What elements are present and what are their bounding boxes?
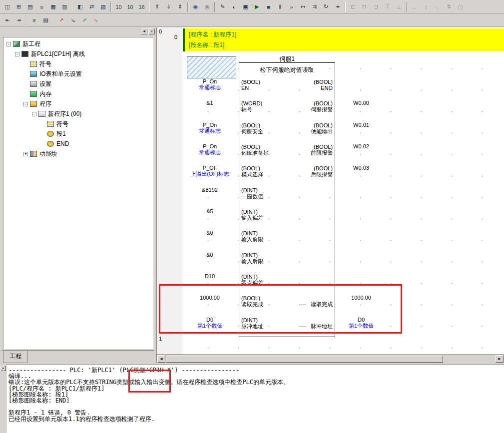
operand-comment [335, 106, 387, 112]
fb-input-operand[interactable]: &0 [182, 229, 237, 250]
diagram-view-icon[interactable]: ⊞ [13, 2, 24, 12]
align-right-icon[interactable]: ⊐ [371, 2, 381, 12]
fb-output-operand[interactable]: W0.00 [335, 99, 387, 120]
align-left-icon[interactable]: ⊏ [348, 2, 358, 12]
rung-number-0[interactable]: 0 [159, 28, 162, 34]
fb-output-operand[interactable] [335, 229, 387, 250]
monitor-mode-icon[interactable]: ▣ [240, 2, 251, 12]
align-bottom-icon[interactable]: ⊥ [394, 2, 404, 12]
tree-expander-icon[interactable]: - [6, 42, 11, 46]
make-same-width-icon[interactable]: ⇔ [432, 2, 443, 12]
fb-output-operand[interactable] [335, 251, 387, 272]
horizontal-scrollbar[interactable]: ◄ ► [157, 354, 504, 363]
operand-comment [182, 214, 237, 221]
step-over-icon[interactable]: ↦ [298, 2, 308, 12]
program-mode-icon[interactable]: ✎ [217, 2, 228, 12]
force-off-icon[interactable]: ↘ [67, 15, 78, 25]
align-center-icon[interactable]: ⊓ [359, 2, 370, 12]
rung-step-number: 0 [174, 34, 177, 40]
hex-monitor-icon[interactable]: 16 [136, 2, 147, 12]
rung-comment-icon[interactable]: ≡ [29, 15, 39, 25]
program-name-label: [程序名 : 新程序1] [189, 29, 500, 40]
signed-decimal-monitor-icon[interactable]: 10 [125, 2, 135, 12]
tree-item-end[interactable]: END [3, 139, 153, 149]
make-same-height-icon[interactable]: ⇅ [444, 2, 454, 12]
distribute-vertical-icon[interactable]: ↕ [421, 2, 431, 12]
fb-output-operand[interactable]: W0.03 [335, 164, 387, 185]
fb-output-operand[interactable]: W0.01 [335, 121, 387, 142]
differential-monitor-icon[interactable]: ⇘ [90, 15, 101, 25]
align-top-icon[interactable]: ⊤ [382, 2, 393, 12]
debug-mode-icon[interactable]: ◐ [229, 2, 239, 12]
fb-output-operand[interactable]: W0.02 [335, 142, 387, 164]
mnemonic-view-icon[interactable]: ≡ [36, 2, 47, 12]
increase-indent-icon[interactable]: ↠ [13, 15, 24, 25]
annotation-box-ladder [159, 284, 402, 334]
distribute-horizontal-icon[interactable]: ↔ [409, 2, 420, 12]
scroll-thumb[interactable] [166, 356, 443, 363]
tree-expander-icon[interactable]: - [23, 102, 28, 106]
fb-input-operand[interactable]: P_On 常通标志 [182, 121, 237, 142]
work-online-icon[interactable]: ◉ [190, 2, 201, 12]
tab-project[interactable]: 工程 [3, 351, 28, 363]
pause-icon[interactable]: ‖ [275, 2, 285, 12]
tree-item-symbols[interactable]: 符号 [3, 59, 153, 69]
io-comment-view-icon[interactable]: ▥ [59, 2, 70, 12]
fb-output-operand[interactable] [335, 207, 387, 229]
tree-item-project[interactable]: - 新工程 [3, 39, 153, 49]
continuous-run-icon[interactable]: ⇉ [309, 2, 320, 12]
tree-item-program1-symbols[interactable]: 符号 [3, 119, 153, 129]
workspace-dock-button[interactable]: ◄ [141, 28, 147, 34]
scroll-left-button[interactable]: ◄ [157, 355, 165, 363]
fb-output-operand[interactable] [335, 186, 387, 207]
workspace-close-button[interactable]: × [148, 28, 155, 34]
cursor-cell[interactable] [187, 56, 236, 78]
output-close-button[interactable]: × [0, 366, 6, 371]
toolbar-icon-glyph: ↦ [301, 3, 305, 10]
decrease-indent-icon[interactable]: ↞ [2, 15, 12, 25]
tree-item-plc[interactable]: - 新PLC1[CP1H] 离线 [3, 49, 153, 59]
tree-item-program1[interactable]: - 新程序1 (00) [3, 109, 153, 119]
stop-icon[interactable]: ■ [263, 2, 274, 12]
step-run-icon[interactable]: » [286, 2, 297, 12]
ladder-view-icon[interactable]: ▤ [25, 2, 35, 12]
tree-expander-icon[interactable]: + [23, 152, 28, 156]
cross-reference-icon[interactable]: ⇄ [86, 2, 97, 12]
auto-online-icon[interactable]: ◎ [202, 2, 212, 12]
tree-item-io-table[interactable]: IO表和单元设置 [3, 69, 153, 79]
tree-item-memory[interactable]: 内存 [3, 89, 153, 99]
fb-input-operand[interactable]: P_On 常通标志 [182, 142, 237, 164]
transfer-from-plc-icon[interactable]: ⇓ [163, 2, 174, 12]
tree-expander-icon[interactable]: - [15, 52, 19, 56]
symbol-table-icon[interactable]: ▦ [48, 2, 58, 12]
scan-run-icon[interactable]: ↻ [321, 2, 331, 12]
compare-with-plc-icon[interactable]: ⇕ [175, 2, 185, 12]
fb-output-operand[interactable] [335, 77, 387, 99]
watch-window-icon[interactable]: ◧ [75, 2, 85, 12]
rung-comment-bar[interactable]: [程序名 : 新程序1] [段名称 : 段1] [183, 28, 504, 51]
run-mode-icon[interactable]: ▶ [252, 2, 262, 12]
tree-item-section1[interactable]: 段1 [3, 129, 153, 139]
tree-item-settings[interactable]: 设置 [3, 79, 153, 89]
fb-input-operand[interactable]: &0 [182, 251, 237, 272]
fb-input-operand[interactable]: &5 [182, 207, 237, 229]
operand-value: W0.00 [335, 100, 387, 106]
fb-input-operand[interactable]: &8192 [182, 186, 237, 207]
force-cancel-icon[interactable]: ⇗ [79, 15, 89, 25]
views-icon[interactable]: ◫ [2, 2, 12, 12]
tree-item-programs[interactable]: - 程序 [3, 99, 153, 109]
tree-expander-icon[interactable]: - [32, 112, 36, 116]
rung-number-1[interactable]: 1 [159, 336, 162, 342]
tree-item-function-blocks[interactable]: + 功能块 [3, 149, 153, 159]
annotation-list-icon[interactable]: ▤ [40, 15, 51, 25]
fb-input-operand[interactable]: P_On 常通标志 [182, 77, 237, 99]
transfer-to-plc-icon[interactable]: ⇑ [152, 2, 162, 12]
make-same-size-icon[interactable]: ▢ [455, 2, 466, 12]
decimal-monitor-icon[interactable]: 10 [113, 2, 124, 12]
fb-input-operand[interactable]: &1 [182, 99, 237, 120]
scroll-right-button[interactable]: ► [496, 355, 504, 363]
force-on-icon[interactable]: ↗ [56, 15, 66, 25]
output-window-icon[interactable]: ▧ [98, 2, 108, 12]
jump-to-end-icon[interactable]: ↠ [332, 2, 343, 12]
fb-input-operand[interactable]: P_OF 上溢出(OF)标志 [182, 164, 237, 185]
